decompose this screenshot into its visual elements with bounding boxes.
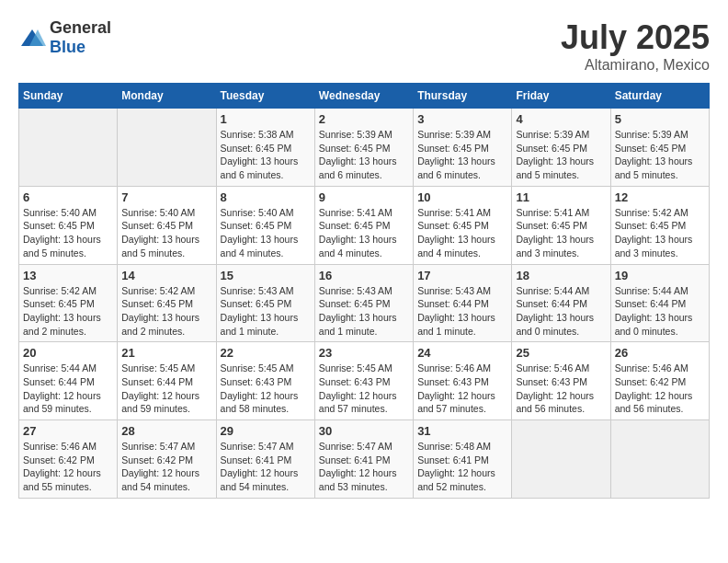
calendar-cell: 20Sunrise: 5:44 AMSunset: 6:44 PMDayligh… bbox=[19, 342, 118, 420]
day-number: 19 bbox=[615, 269, 705, 282]
day-info: Sunrise: 5:45 AMSunset: 6:44 PMDaylight:… bbox=[121, 362, 211, 416]
calendar-cell: 28Sunrise: 5:47 AMSunset: 6:42 PMDayligh… bbox=[118, 420, 216, 499]
day-number: 17 bbox=[417, 269, 507, 282]
calendar-week-4: 27Sunrise: 5:46 AMSunset: 6:42 PMDayligh… bbox=[19, 420, 710, 499]
calendar-cell: 27Sunrise: 5:46 AMSunset: 6:42 PMDayligh… bbox=[19, 420, 118, 499]
calendar-cell: 4Sunrise: 5:39 AMSunset: 6:45 PMDaylight… bbox=[512, 109, 610, 187]
day-info: Sunrise: 5:39 AMSunset: 6:45 PMDaylight:… bbox=[417, 128, 507, 182]
day-number: 9 bbox=[319, 190, 409, 204]
calendar-cell: 16Sunrise: 5:43 AMSunset: 6:45 PMDayligh… bbox=[314, 264, 413, 342]
day-info: Sunrise: 5:43 AMSunset: 6:44 PMDaylight:… bbox=[417, 284, 507, 339]
calendar-cell: 19Sunrise: 5:44 AMSunset: 6:44 PMDayligh… bbox=[610, 264, 709, 342]
day-number: 28 bbox=[121, 424, 211, 438]
day-info: Sunrise: 5:38 AMSunset: 6:45 PMDaylight:… bbox=[221, 128, 311, 182]
logo-general: General bbox=[50, 18, 111, 37]
day-number: 31 bbox=[417, 424, 507, 438]
day-number: 22 bbox=[221, 346, 311, 360]
logo-icon bbox=[18, 27, 46, 49]
day-info: Sunrise: 5:47 AMSunset: 6:42 PMDaylight:… bbox=[121, 440, 211, 494]
calendar-cell: 31Sunrise: 5:48 AMSunset: 6:41 PMDayligh… bbox=[414, 420, 512, 499]
day-number: 7 bbox=[121, 190, 211, 204]
calendar-cell: 5Sunrise: 5:39 AMSunset: 6:45 PMDaylight… bbox=[610, 109, 709, 187]
day-number: 27 bbox=[23, 424, 113, 438]
weekday-thursday: Thursday bbox=[414, 84, 512, 109]
calendar-cell: 7Sunrise: 5:40 AMSunset: 6:45 PMDaylight… bbox=[118, 186, 216, 264]
logo-text: General Blue bbox=[50, 18, 111, 57]
weekday-wednesday: Wednesday bbox=[314, 84, 413, 109]
calendar-cell: 26Sunrise: 5:46 AMSunset: 6:42 PMDayligh… bbox=[610, 342, 709, 420]
calendar-cell: 6Sunrise: 5:40 AMSunset: 6:45 PMDaylight… bbox=[19, 186, 118, 264]
day-info: Sunrise: 5:40 AMSunset: 6:45 PMDaylight:… bbox=[221, 206, 311, 260]
day-number: 3 bbox=[417, 112, 507, 126]
calendar-cell: 11Sunrise: 5:41 AMSunset: 6:45 PMDayligh… bbox=[512, 186, 610, 264]
day-info: Sunrise: 5:43 AMSunset: 6:45 PMDaylight:… bbox=[221, 284, 311, 339]
weekday-monday: Monday bbox=[118, 84, 216, 109]
day-info: Sunrise: 5:42 AMSunset: 6:45 PMDaylight:… bbox=[23, 284, 113, 339]
calendar-cell: 1Sunrise: 5:38 AMSunset: 6:45 PMDaylight… bbox=[216, 109, 314, 187]
calendar-cell: 14Sunrise: 5:42 AMSunset: 6:45 PMDayligh… bbox=[118, 264, 216, 342]
day-info: Sunrise: 5:47 AMSunset: 6:41 PMDaylight:… bbox=[319, 440, 409, 494]
day-number: 6 bbox=[23, 190, 113, 204]
day-number: 5 bbox=[615, 112, 705, 126]
day-number: 20 bbox=[23, 346, 113, 360]
calendar-cell: 9Sunrise: 5:41 AMSunset: 6:45 PMDaylight… bbox=[314, 186, 413, 264]
day-number: 21 bbox=[121, 346, 211, 360]
calendar-cell bbox=[512, 420, 610, 499]
calendar-cell: 24Sunrise: 5:46 AMSunset: 6:43 PMDayligh… bbox=[414, 342, 512, 420]
calendar-location: Altamirano, Mexico bbox=[561, 57, 710, 74]
calendar-cell: 17Sunrise: 5:43 AMSunset: 6:44 PMDayligh… bbox=[414, 264, 512, 342]
title-block: July 2025 Altamirano, Mexico bbox=[561, 18, 710, 74]
day-info: Sunrise: 5:46 AMSunset: 6:43 PMDaylight:… bbox=[417, 362, 507, 416]
day-number: 23 bbox=[319, 346, 409, 360]
day-info: Sunrise: 5:41 AMSunset: 6:45 PMDaylight:… bbox=[516, 206, 606, 260]
calendar-cell: 15Sunrise: 5:43 AMSunset: 6:45 PMDayligh… bbox=[216, 264, 314, 342]
day-info: Sunrise: 5:42 AMSunset: 6:45 PMDaylight:… bbox=[121, 284, 211, 339]
weekday-tuesday: Tuesday bbox=[216, 84, 314, 109]
day-info: Sunrise: 5:44 AMSunset: 6:44 PMDaylight:… bbox=[615, 284, 705, 339]
day-info: Sunrise: 5:47 AMSunset: 6:41 PMDaylight:… bbox=[221, 440, 311, 494]
day-number: 12 bbox=[615, 190, 705, 204]
day-number: 29 bbox=[221, 424, 311, 438]
day-number: 26 bbox=[615, 346, 705, 360]
calendar-cell: 8Sunrise: 5:40 AMSunset: 6:45 PMDaylight… bbox=[216, 186, 314, 264]
calendar-cell: 13Sunrise: 5:42 AMSunset: 6:45 PMDayligh… bbox=[19, 264, 118, 342]
weekday-friday: Friday bbox=[512, 84, 610, 109]
day-number: 25 bbox=[516, 346, 606, 360]
calendar-cell: 23Sunrise: 5:45 AMSunset: 6:43 PMDayligh… bbox=[314, 342, 413, 420]
day-number: 8 bbox=[221, 190, 311, 204]
day-number: 2 bbox=[319, 112, 409, 126]
day-info: Sunrise: 5:42 AMSunset: 6:45 PMDaylight:… bbox=[615, 206, 705, 260]
day-info: Sunrise: 5:39 AMSunset: 6:45 PMDaylight:… bbox=[319, 128, 409, 182]
logo-blue: Blue bbox=[50, 38, 85, 56]
weekday-saturday: Saturday bbox=[610, 84, 709, 109]
calendar-week-2: 13Sunrise: 5:42 AMSunset: 6:45 PMDayligh… bbox=[19, 264, 710, 342]
calendar-cell: 10Sunrise: 5:41 AMSunset: 6:45 PMDayligh… bbox=[414, 186, 512, 264]
day-number: 16 bbox=[319, 269, 409, 282]
day-info: Sunrise: 5:41 AMSunset: 6:45 PMDaylight:… bbox=[417, 206, 507, 260]
calendar-cell: 25Sunrise: 5:46 AMSunset: 6:43 PMDayligh… bbox=[512, 342, 610, 420]
calendar-week-0: 1Sunrise: 5:38 AMSunset: 6:45 PMDaylight… bbox=[19, 109, 710, 187]
day-info: Sunrise: 5:44 AMSunset: 6:44 PMDaylight:… bbox=[516, 284, 606, 339]
calendar-title: July 2025 bbox=[561, 18, 710, 57]
logo: General Blue bbox=[18, 18, 111, 57]
day-info: Sunrise: 5:45 AMSunset: 6:43 PMDaylight:… bbox=[319, 362, 409, 416]
calendar-cell bbox=[19, 109, 118, 187]
weekday-header-row: SundayMondayTuesdayWednesdayThursdayFrid… bbox=[19, 84, 710, 109]
day-info: Sunrise: 5:39 AMSunset: 6:45 PMDaylight:… bbox=[516, 128, 606, 182]
day-info: Sunrise: 5:46 AMSunset: 6:42 PMDaylight:… bbox=[23, 440, 113, 494]
day-number: 4 bbox=[516, 112, 606, 126]
day-info: Sunrise: 5:46 AMSunset: 6:43 PMDaylight:… bbox=[516, 362, 606, 416]
calendar-cell: 30Sunrise: 5:47 AMSunset: 6:41 PMDayligh… bbox=[314, 420, 413, 499]
day-info: Sunrise: 5:43 AMSunset: 6:45 PMDaylight:… bbox=[319, 284, 409, 339]
page-header: General Blue July 2025 Altamirano, Mexic… bbox=[18, 18, 710, 74]
day-info: Sunrise: 5:48 AMSunset: 6:41 PMDaylight:… bbox=[417, 440, 507, 494]
calendar-cell bbox=[118, 109, 216, 187]
calendar-cell: 3Sunrise: 5:39 AMSunset: 6:45 PMDaylight… bbox=[414, 109, 512, 187]
day-info: Sunrise: 5:44 AMSunset: 6:44 PMDaylight:… bbox=[23, 362, 113, 416]
day-number: 14 bbox=[121, 269, 211, 282]
day-number: 13 bbox=[23, 269, 113, 282]
day-number: 24 bbox=[417, 346, 507, 360]
day-info: Sunrise: 5:46 AMSunset: 6:42 PMDaylight:… bbox=[615, 362, 705, 416]
calendar-table: SundayMondayTuesdayWednesdayThursdayFrid… bbox=[18, 83, 710, 499]
day-number: 30 bbox=[319, 424, 409, 438]
